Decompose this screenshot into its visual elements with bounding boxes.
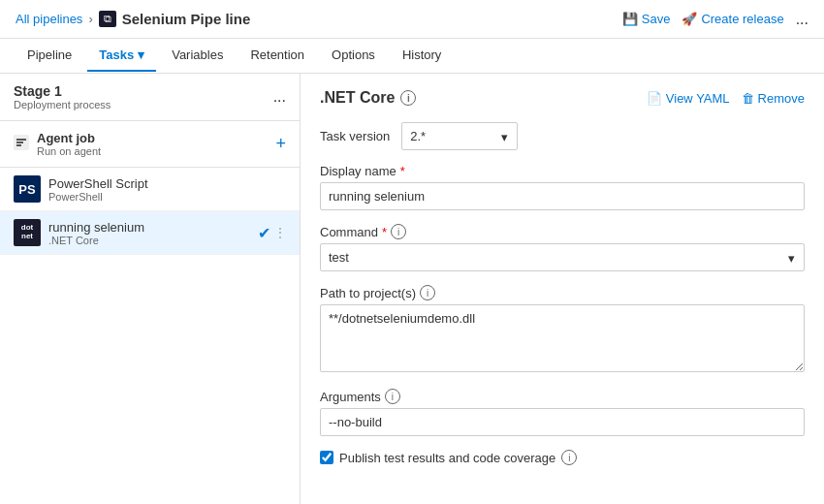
top-bar-actions: 💾 Save 🚀 Create release ... <box>622 11 808 28</box>
command-row: Command * i test build publish restore r… <box>320 224 805 271</box>
display-name-label: Display name * <box>320 164 805 178</box>
yaml-icon: 📄 <box>647 91 662 106</box>
publish-info-icon[interactable]: i <box>561 450 577 465</box>
trash-icon: 🗑 <box>742 91 754 106</box>
task-name-running-selenium: running selenium <box>48 220 250 235</box>
task-actions: ✔ ⋮ <box>258 224 286 242</box>
panel-title: .NET Core i <box>320 89 416 107</box>
tab-retention[interactable]: Retention <box>238 40 316 72</box>
tab-tasks[interactable]: Tasks ▾ <box>87 40 156 72</box>
save-button[interactable]: 💾 Save <box>622 12 671 26</box>
breadcrumb: All pipelines › ⧉ Selenium Pipe line <box>16 11 250 27</box>
command-info-icon[interactable]: i <box>391 224 406 239</box>
task-sub-powershell: PowerShell <box>48 191 286 203</box>
agent-job-name: Agent job <box>37 131 101 145</box>
task-version-select[interactable]: 2.* 1.* <box>401 122 518 150</box>
main-content: Stage 1 Deployment process ... Agent job… <box>0 74 824 504</box>
task-info-running-selenium: running selenium .NET Core <box>48 220 250 246</box>
save-icon: 💾 <box>622 12 638 26</box>
task-version-row: Task version 2.* 1.* ▾ <box>320 122 805 150</box>
left-panel: Stage 1 Deployment process ... Agent job… <box>0 74 301 504</box>
agent-job-left: Agent job Run on agent <box>14 131 101 157</box>
task-check-icon: ✔ <box>258 224 270 242</box>
stage-title: Stage 1 <box>14 83 111 99</box>
command-label-text: Command <box>320 225 378 239</box>
arguments-label: Arguments i <box>320 389 805 404</box>
stage-subtitle: Deployment process <box>14 99 111 110</box>
agent-job-sub: Run on agent <box>37 145 101 157</box>
pipeline-title: Selenium Pipe line <box>122 11 251 27</box>
task-drag-icon: ⋮ <box>274 226 286 239</box>
tab-history[interactable]: History <box>391 40 453 72</box>
path-row: Path to project(s) i <box>320 285 805 375</box>
top-bar: All pipelines › ⧉ Selenium Pipe line 💾 S… <box>0 0 824 39</box>
add-task-button[interactable]: + <box>275 134 286 154</box>
create-release-label: Create release <box>701 12 783 26</box>
agent-icon <box>14 135 29 153</box>
command-select-wrapper: test build publish restore run pack cust… <box>320 243 805 271</box>
panel-title-text: .NET Core <box>320 89 395 107</box>
agent-job-row: Agent job Run on agent + <box>0 121 300 168</box>
right-panel: .NET Core i 📄 View YAML 🗑 Remove Task ve… <box>301 74 824 504</box>
tasks-chevron-icon: ▾ <box>138 47 144 62</box>
tab-variables[interactable]: Variables <box>160 40 235 72</box>
more-options-button[interactable]: ... <box>796 11 808 28</box>
agent-info: Agent job Run on agent <box>37 131 101 157</box>
display-name-required: * <box>400 164 405 178</box>
task-item-powershell[interactable]: PS PowerShell Script PowerShell <box>0 168 300 211</box>
task-version-select-wrapper: 2.* 1.* ▾ <box>401 122 518 150</box>
remove-label: Remove <box>758 91 805 106</box>
task-info-powershell: PowerShell Script PowerShell <box>48 176 286 203</box>
panel-header: .NET Core i 📄 View YAML 🗑 Remove <box>320 89 805 107</box>
arguments-info-icon[interactable]: i <box>385 389 400 404</box>
arguments-row: Arguments i <box>320 389 805 436</box>
powershell-icon: PS <box>14 175 41 203</box>
path-label: Path to project(s) i <box>320 285 805 300</box>
tab-tasks-label: Tasks <box>99 47 134 62</box>
path-textarea[interactable] <box>320 304 805 372</box>
dotnet-icon: dotnet <box>14 219 41 246</box>
panel-actions: 📄 View YAML 🗑 Remove <box>647 91 805 106</box>
stage-info: Stage 1 Deployment process <box>14 83 111 110</box>
display-name-input[interactable] <box>320 182 805 210</box>
display-name-row: Display name * <box>320 164 805 210</box>
stage-header: Stage 1 Deployment process ... <box>0 74 300 121</box>
title-info-icon[interactable]: i <box>400 90 416 106</box>
pipeline-icon: ⧉ <box>99 11 116 27</box>
stage-more-button[interactable]: ... <box>273 88 286 106</box>
tab-pipeline[interactable]: Pipeline <box>16 40 83 72</box>
arguments-input[interactable] <box>320 408 805 436</box>
publish-checkbox[interactable] <box>320 451 333 464</box>
tab-options[interactable]: Options <box>320 40 387 72</box>
task-version-label: Task version <box>320 129 390 143</box>
task-name-powershell: PowerShell Script <box>48 176 286 191</box>
publish-checkbox-label[interactable]: Publish test results and code coverage <box>339 451 555 465</box>
command-select[interactable]: test build publish restore run pack cust… <box>320 243 805 271</box>
publish-checkbox-row: Publish test results and code coverage i <box>320 450 805 465</box>
display-name-label-text: Display name <box>320 164 396 178</box>
command-label: Command * i <box>320 224 805 239</box>
remove-button[interactable]: 🗑 Remove <box>742 91 805 106</box>
tab-bar: Pipeline Tasks ▾ Variables Retention Opt… <box>0 39 824 74</box>
rocket-icon: 🚀 <box>681 12 697 26</box>
view-yaml-button[interactable]: 📄 View YAML <box>647 91 730 106</box>
task-item-running-selenium[interactable]: dotnet running selenium .NET Core ✔ ⋮ <box>0 211 300 255</box>
create-release-button[interactable]: 🚀 Create release <box>681 12 783 26</box>
save-label: Save <box>642 12 671 26</box>
all-pipelines-link[interactable]: All pipelines <box>16 12 82 26</box>
view-yaml-label: View YAML <box>666 91 730 106</box>
path-info-icon[interactable]: i <box>420 285 435 300</box>
breadcrumb-separator: › <box>88 12 92 26</box>
arguments-label-text: Arguments <box>320 390 381 404</box>
command-required: * <box>382 225 387 239</box>
path-label-text: Path to project(s) <box>320 286 416 300</box>
task-sub-running-selenium: .NET Core <box>48 235 250 246</box>
